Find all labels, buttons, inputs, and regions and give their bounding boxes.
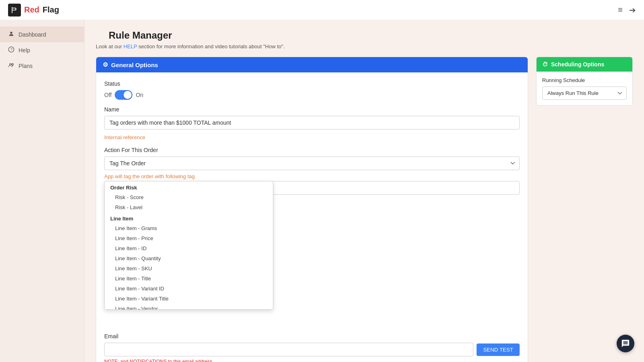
internal-reference-link[interactable]: Internal reference	[104, 134, 520, 140]
status-toggle[interactable]	[115, 90, 132, 100]
help-link[interactable]: HELP	[124, 43, 137, 49]
plans-icon	[8, 62, 14, 70]
status-on-label: On	[136, 92, 143, 98]
scheduling-card: ⏱ Scheduling Options Running Schedule Al…	[536, 57, 633, 106]
dropdown-item-li-variant-id[interactable]: Line Item - Variant ID	[105, 284, 273, 294]
filter-icon	[96, 31, 105, 40]
dropdown-item-li-sku[interactable]: Line Item - SKU	[105, 263, 273, 274]
toggle-knob	[124, 91, 132, 99]
scheduling-header: ⏱ Scheduling Options	[537, 57, 632, 72]
group-order-risk: Order Risk	[105, 181, 273, 192]
email-label: Email	[104, 333, 520, 339]
status-toggle-row: Off On	[104, 90, 520, 100]
dropdown-item-risk-score[interactable]: Risk - Score	[105, 192, 273, 202]
dropdown-item-risk-lavel[interactable]: Risk - Lavel	[105, 202, 273, 212]
status-off-label: Off	[104, 92, 111, 98]
logo-text: RedFlag	[24, 5, 59, 14]
name-label: Name	[104, 106, 520, 113]
help-icon: ?	[8, 46, 14, 54]
sidebar-label-help: Help	[19, 47, 30, 53]
general-options-header: ⚙ General Options	[96, 57, 528, 72]
dropdown-item-li-quantity[interactable]: Line Item - Quantity	[105, 253, 273, 263]
svg-text:?: ?	[10, 47, 12, 51]
sidebar-label-plans: Plans	[19, 63, 33, 69]
right-panel: ⏱ Scheduling Options Running Schedule Al…	[536, 57, 633, 362]
logo-icon	[8, 4, 21, 16]
dropdown-item-li-vendor[interactable]: Line Item - Vendor	[105, 304, 273, 310]
email-section: Email SEND TEST NOTE: and NOTIFICATIONS …	[104, 333, 520, 362]
logo: RedFlag	[8, 4, 59, 16]
dropdown-container: Order Risk Risk - Score Risk - Lavel Lin…	[104, 181, 520, 196]
svg-point-4	[12, 64, 13, 65]
note-prefix: NOTE:	[104, 359, 120, 362]
svg-point-0	[10, 32, 12, 34]
group-line-item: Line Item	[105, 212, 273, 223]
sidebar-item-help[interactable]: ? Help	[0, 42, 84, 58]
email-row: SEND TEST	[104, 343, 520, 356]
general-options-body: Status Off On Name Internal reference	[96, 72, 528, 362]
layout: Dashboard ? Help Plans Rule Manager Look…	[0, 20, 644, 362]
sidebar-item-plans[interactable]: Plans	[0, 58, 84, 74]
send-test-button[interactable]: SEND TEST	[477, 343, 520, 356]
name-input[interactable]	[104, 116, 520, 130]
note-text: and NOTIFICATIONS to this email address.	[120, 359, 214, 362]
main-content: Rule Manager Look at our HELP section fo…	[85, 20, 644, 362]
sidebar-item-dashboard[interactable]: Dashboard	[0, 27, 84, 42]
scheduling-body: Running Schedule Always Run This Rule	[537, 72, 632, 105]
dropdown-item-li-variant-title[interactable]: Line Item - Variant Title	[105, 294, 273, 304]
chat-bubble[interactable]	[617, 335, 634, 352]
logo-svg	[10, 6, 19, 14]
general-options-title: General Options	[111, 62, 158, 68]
note-1: NOTE: and NOTIFICATIONS to this email ad…	[104, 359, 520, 362]
dropdown-item-li-id[interactable]: Line Item - ID	[105, 243, 273, 253]
dropdown-overlay: Order Risk Risk - Score Risk - Lavel Lin…	[104, 181, 273, 310]
chat-icon	[621, 339, 630, 348]
sidebar-label-dashboard: Dashboard	[19, 31, 46, 38]
header: RedFlag ≡ ➔	[0, 0, 644, 20]
scheduling-title: Scheduling Options	[551, 61, 604, 68]
status-label: Status	[104, 80, 520, 87]
logo-red: Red	[24, 5, 39, 14]
menu-icon[interactable]: ≡	[618, 5, 623, 14]
running-schedule-select[interactable]: Always Run This Rule	[542, 86, 627, 100]
logout-icon[interactable]: ➔	[629, 5, 636, 15]
logo-flag: Flag	[43, 5, 59, 14]
main-panel: ⚙ General Options Status Off On	[96, 57, 528, 362]
gear-icon: ⚙	[103, 61, 108, 68]
tag-note: App will tag the order with following ta…	[104, 173, 520, 179]
action-select[interactable]: Tag The Order	[104, 156, 520, 170]
content-area: ⚙ General Options Status Off On	[96, 57, 633, 362]
general-options-card: ⚙ General Options Status Off On	[96, 57, 528, 362]
svg-point-3	[10, 64, 11, 65]
dashboard-icon	[8, 31, 14, 38]
page-title-row: Rule Manager	[96, 30, 633, 41]
sidebar: Dashboard ? Help Plans	[0, 20, 85, 362]
dropdown-item-li-price[interactable]: Line Item - Price	[105, 233, 273, 243]
email-input[interactable]	[104, 343, 473, 356]
running-schedule-label: Running Schedule	[542, 77, 627, 83]
header-actions: ≡ ➔	[618, 5, 636, 15]
clock-icon: ⏱	[542, 61, 548, 68]
dropdown-item-li-grams[interactable]: Line Item - Grams	[105, 223, 273, 233]
action-label: Action For This Order	[104, 147, 520, 153]
page-title: Rule Manager	[109, 30, 172, 41]
help-text: Look at our HELP section for more inform…	[96, 43, 633, 49]
dropdown-item-li-title[interactable]: Line Item - Title	[105, 274, 273, 284]
